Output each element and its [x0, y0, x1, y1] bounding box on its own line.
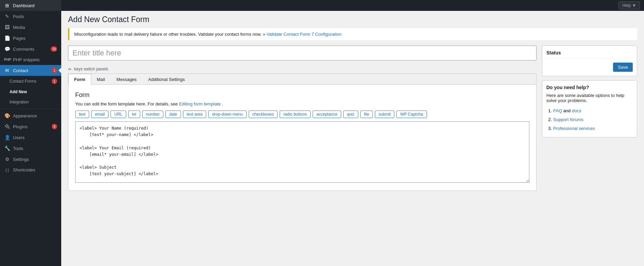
contact-icon: ✉ — [4, 68, 10, 73]
sidebar-item-media[interactable]: 🖼 Media — [0, 22, 61, 33]
tag-button-email[interactable]: email — [91, 111, 109, 118]
sidebar-item-posts[interactable]: ✎ Posts — [0, 11, 61, 22]
two-col-layout: ⇔ keys switch panels Form Mail Messages — [68, 46, 637, 191]
help-links-list: FAQ and docsSupport forumsProfessional s… — [546, 106, 633, 133]
users-icon: 👤 — [4, 135, 10, 140]
sidebar-item-label: Dashboard — [13, 3, 35, 8]
sidebar-item-label: Shortcodes — [13, 167, 35, 172]
sidebar-item-appearance[interactable]: 🎨 Appearance — [0, 110, 61, 121]
sidebar-item-comments[interactable]: 💬 Comments 38 — [0, 44, 61, 54]
help-link-item-3: Professional services — [553, 124, 633, 133]
add-new-label: Add New — [10, 89, 27, 94]
sidebar-item-label: Comments — [13, 47, 34, 52]
sidebar-item-label: Settings — [13, 157, 29, 162]
sidebar-item-dashboard[interactable]: ⊞ Dashboard — [0, 0, 61, 11]
sidebar-item-contact-forms[interactable]: Contact Forms 1 — [0, 76, 61, 87]
sidebar-item-label: PHP snippets — [13, 57, 40, 62]
form-section-title: Form — [75, 92, 529, 99]
sidebar-item-label: Media — [13, 25, 25, 30]
sidebar-item-label: Tools — [13, 146, 23, 151]
tag-button-radio-buttons[interactable]: radio buttons — [280, 111, 311, 118]
sidebar-item-php-snippets[interactable]: PHP PHP snippets — [0, 54, 61, 65]
tag-button-number[interactable]: number — [142, 111, 164, 118]
plugins-badge: 9 — [52, 124, 57, 129]
comments-badge: 38 — [51, 46, 57, 52]
posts-icon: ✎ — [4, 14, 10, 19]
shortcodes-icon: [ ] — [4, 168, 10, 172]
help-link-item-2: Support forums — [553, 115, 633, 124]
plugins-icon: 🔌 — [4, 124, 10, 129]
faq-link[interactable]: FAQ — [553, 108, 562, 113]
sidebar-item-shortcodes[interactable]: [ ] Shortcodes — [0, 165, 61, 175]
help-box-description: Here are some available options to help … — [546, 93, 633, 103]
sidebar-item-label: Plugins — [13, 124, 28, 129]
form-desc-before: You can edit the form template here. For… — [75, 101, 178, 106]
title-input[interactable] — [68, 46, 536, 61]
tag-button-acceptance[interactable]: acceptance — [313, 111, 341, 118]
tag-button-tel[interactable]: tel — [128, 111, 140, 118]
sidebar-item-label: Posts — [13, 14, 24, 19]
tab-messages[interactable]: Messages — [111, 74, 142, 85]
php-icon: PHP — [4, 58, 10, 62]
sidebar-item-contact[interactable]: ✉ Contact 1 — [0, 65, 61, 76]
sidebar-item-integration[interactable]: Integration — [0, 97, 61, 107]
status-box: Status Save — [542, 46, 637, 76]
tabs-nav: Form Mail Messages Additional Settings — [68, 74, 536, 85]
help-button[interactable]: Help ▼ — [618, 1, 640, 10]
status-box-title: Status — [546, 50, 633, 59]
tag-buttons-row: textemailURLtelnumberdatetext areadrop-d… — [75, 111, 529, 118]
tag-button-file[interactable]: file — [360, 111, 373, 118]
sidebar-item-plugins[interactable]: 🔌 Plugins 9 — [0, 121, 61, 132]
help-box: Do you need help? Here are some availabl… — [542, 80, 637, 137]
sidebar-item-settings[interactable]: ⚙ Settings — [0, 154, 61, 165]
sidebar-item-add-new[interactable]: Add New — [0, 87, 61, 97]
validate-link[interactable]: Validate Contact Form 7 Configuration — [267, 32, 342, 37]
page-title: Add New Contact Form — [68, 15, 637, 24]
tab-form[interactable]: Form — [68, 74, 91, 85]
sidebar-item-label: Users — [13, 135, 24, 140]
tag-button-wp-captcha[interactable]: WP Captcha — [396, 111, 427, 118]
tag-button-text-area[interactable]: text area — [183, 111, 207, 118]
form-code-editor[interactable] — [75, 121, 529, 183]
editing-form-template-link[interactable]: Editing form template — [179, 101, 221, 106]
sidebar-item-pages[interactable]: 📄 Pages — [0, 33, 61, 44]
form-description: You can edit the form template here. For… — [75, 101, 529, 106]
tag-button-checkboxes[interactable]: checkboxes — [249, 111, 278, 118]
notice-bar: Misconfiguration leads to mail delivery … — [68, 28, 637, 40]
sidebar-item-label: Pages — [13, 36, 26, 41]
sidebar: ⊞ Dashboard ✎ Posts 🖼 Media 📄 Pages 💬 Co… — [0, 0, 61, 266]
tab-mail[interactable]: Mail — [91, 74, 111, 85]
switch-label: keys switch panels — [74, 67, 108, 71]
main-content: Help ▼ Add New Contact Form Misconfigura… — [61, 0, 644, 266]
media-icon: 🖼 — [4, 24, 10, 30]
tag-button-quiz[interactable]: quiz — [343, 111, 358, 118]
side-column: Status Save Do you need help? Here are s… — [542, 46, 637, 137]
professional-services-link[interactable]: Professional services — [553, 126, 595, 131]
tag-button-url[interactable]: URL — [111, 111, 126, 118]
help-box-title: Do you need help? — [546, 85, 633, 90]
pages-icon: 📄 — [4, 35, 10, 41]
settings-icon: ⚙ — [4, 156, 10, 162]
sidebar-item-label: Contact — [13, 68, 28, 73]
help-link-item-1: FAQ and docs — [553, 106, 633, 115]
docs-link[interactable]: docs — [572, 108, 581, 113]
tag-button-text[interactable]: text — [75, 111, 89, 118]
tag-button-submit[interactable]: submit — [375, 111, 394, 118]
sidebar-item-tools[interactable]: 🔧 Tools — [0, 143, 61, 154]
tab-additional-settings[interactable]: Additional Settings — [143, 74, 191, 85]
appearance-icon: 🎨 — [4, 113, 10, 118]
tag-button-drop-down-menu[interactable]: drop-down menu — [208, 111, 246, 118]
sidebar-item-users[interactable]: 👤 Users — [0, 132, 61, 143]
tools-icon: 🔧 — [4, 146, 10, 151]
tag-button-date[interactable]: date — [165, 111, 181, 118]
save-button[interactable]: Save — [613, 63, 633, 72]
switch-icon: ⇔ — [68, 67, 71, 71]
comments-icon: 💬 — [4, 46, 10, 52]
panel-switch: ⇔ keys switch panels — [68, 65, 536, 73]
integration-label: Integration — [10, 100, 29, 104]
tab-form-content: Form You can edit the form template here… — [68, 85, 536, 190]
contact-forms-label: Contact Forms — [10, 79, 36, 84]
support-forums-link[interactable]: Support forums — [553, 117, 583, 122]
help-label: Help — [622, 3, 631, 8]
main-column: ⇔ keys switch panels Form Mail Messages — [68, 46, 536, 191]
